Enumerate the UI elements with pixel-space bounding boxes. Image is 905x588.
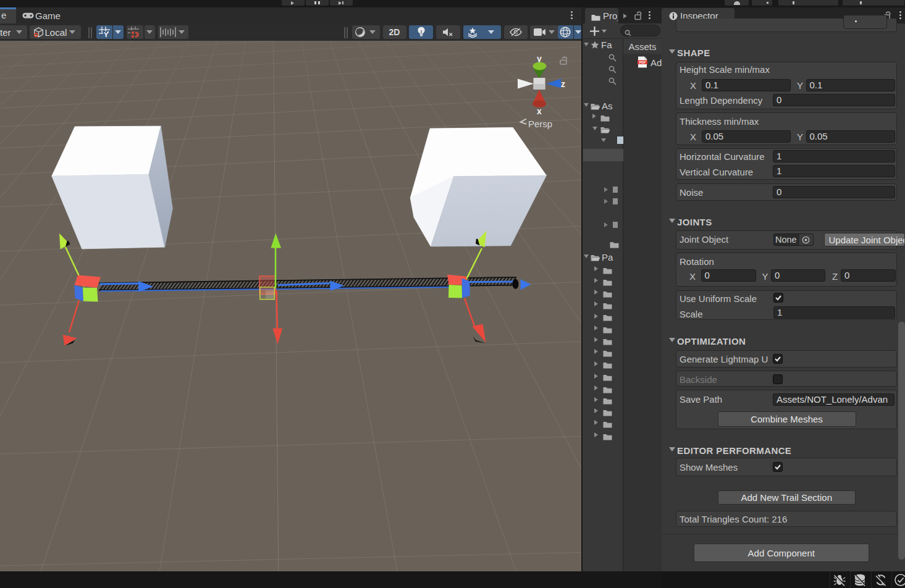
svg-text:x: x	[537, 106, 542, 116]
svg-text:Persp: Persp	[528, 119, 552, 129]
svg-text:Y: Y	[104, 31, 109, 38]
svg-text:PDF: PDF	[639, 61, 646, 64]
svg-text:z: z	[561, 79, 565, 89]
